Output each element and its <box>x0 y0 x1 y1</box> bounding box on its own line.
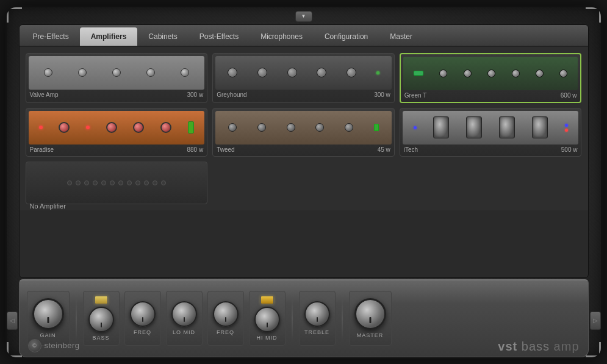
lo-mid-knob[interactable] <box>171 301 197 327</box>
amp-power-paradise: 880 w <box>187 146 203 153</box>
gh-knob-2 <box>257 68 267 77</box>
amp-card-paradise[interactable]: Paradise 880 w <box>26 108 208 157</box>
hi-mid-group: HI MID <box>249 291 286 346</box>
freq2-knob[interactable] <box>213 301 239 327</box>
bass-group: BASS <box>83 291 120 346</box>
va-knob-3 <box>112 68 121 77</box>
amp-name-paradise: Paradise <box>30 146 54 153</box>
amp-image-greyhound <box>215 56 392 90</box>
vst-label: vst <box>498 340 517 353</box>
corner-bracket-tl <box>7 7 22 23</box>
tw-knob-3 <box>287 123 295 132</box>
freq2-label: FREQ <box>217 329 234 335</box>
tab-master[interactable]: Master <box>379 27 423 46</box>
separator-1 <box>76 297 77 340</box>
master-label: MASTER <box>357 332 384 338</box>
corner-bracket-tr <box>586 7 601 23</box>
amp-card-itech[interactable]: iTech 500 w <box>400 108 582 157</box>
left-side-button[interactable]: ◁ <box>7 312 18 330</box>
pd-knob-1 <box>59 122 70 133</box>
amp-name-itech: iTech <box>404 146 418 153</box>
it-led-blue <box>414 126 417 129</box>
tab-post-effects[interactable]: Post-Effects <box>189 27 250 46</box>
gt-knob-5 <box>536 70 544 77</box>
amp-name-greyhound: Greyhound <box>217 91 246 98</box>
tw-knob-1 <box>228 123 237 132</box>
amplifier-grid: Valve Amp 300 w Greyhound 300 w <box>20 47 588 210</box>
master-group: MASTER <box>349 291 392 346</box>
bass-knob[interactable] <box>88 307 114 332</box>
treble-knob[interactable] <box>304 301 330 327</box>
amp-name-valve-amp: Valve Amp <box>30 91 59 98</box>
lo-mid-group: LO MID <box>166 291 203 346</box>
it-rect-knob-3 <box>499 116 515 138</box>
treble-group: TREBLE <box>299 291 336 346</box>
pd-knob-4 <box>160 122 171 133</box>
amp-power-tweed: 45 w <box>378 146 390 153</box>
tab-amplifiers[interactable]: Amplifiers <box>80 27 138 46</box>
tab-pre-effects[interactable]: Pre-Effects <box>22 27 80 46</box>
main-content-panel: Pre-Effects Amplifiers Cabinets Post-Eff… <box>19 24 589 278</box>
tab-cabinets[interactable]: Cabinets <box>137 27 188 46</box>
master-knob[interactable] <box>354 298 386 330</box>
separator-2 <box>292 297 293 340</box>
treble-label: TREBLE <box>304 329 329 335</box>
gh-knob-5 <box>347 68 356 77</box>
right-side-button[interactable]: ▷ <box>590 312 601 330</box>
amp-container: Pre-Effects Amplifiers Cabinets Post-Eff… <box>5 5 603 359</box>
gt-knob-2 <box>464 70 472 77</box>
pd-led-1 <box>39 126 43 129</box>
amp-power-itech: 500 w <box>561 146 578 153</box>
tab-microphones[interactable]: Microphones <box>250 27 314 46</box>
bass-button[interactable] <box>95 296 108 304</box>
amp-label-green-t: Green T 600 w <box>403 90 578 99</box>
freq1-group: FREQ <box>124 291 161 346</box>
va-knob-1 <box>44 68 52 77</box>
steinberg-logo: steinberg <box>28 339 80 352</box>
amp-card-green-t[interactable]: Green T 600 w <box>400 53 582 103</box>
gt-knob-6 <box>559 70 567 77</box>
no-amp-label: No Amplifier <box>29 201 205 211</box>
pd-knob-3 <box>133 122 144 133</box>
steinberg-circle-icon <box>28 339 41 352</box>
vst-brand: vst bass amp <box>498 340 579 354</box>
va-knob-4 <box>146 68 155 77</box>
freq1-label: FREQ <box>134 329 151 335</box>
steinberg-text: steinberg <box>45 341 80 350</box>
it-led-red <box>565 129 568 132</box>
amp-power-valve-amp: 300 w <box>187 91 203 98</box>
it-led-blue-2 <box>565 124 568 127</box>
bass-label: BASS <box>92 335 109 341</box>
amp-card-tweed[interactable]: Tweed 45 w <box>212 108 395 157</box>
gt-knob-4 <box>512 70 520 77</box>
gh-knob-1 <box>228 68 237 77</box>
tw-knob-2 <box>257 123 266 132</box>
bass-brand-label: bass <box>522 340 550 353</box>
tw-knob-4 <box>315 123 324 132</box>
it-rect-knob-2 <box>466 116 482 138</box>
separator-3 <box>342 297 343 340</box>
it-rect-knob-1 <box>433 116 449 138</box>
amp-card-valve-amp[interactable]: Valve Amp 300 w <box>26 53 208 103</box>
gh-knob-4 <box>317 68 326 77</box>
hi-mid-knob[interactable] <box>254 307 280 332</box>
amp-power-greyhound: 300 w <box>374 91 390 98</box>
gain-knob[interactable] <box>32 298 64 330</box>
amp-card-greyhound[interactable]: Greyhound 300 w <box>212 53 395 103</box>
amp-power-green-t: 600 w <box>561 92 577 99</box>
hi-mid-label: HI MID <box>257 335 278 341</box>
amp-name-green-t: Green T <box>404 92 427 99</box>
gt-knob-3 <box>487 70 495 77</box>
footer-brand: steinberg <box>28 339 80 352</box>
amp-image-green-t <box>403 57 578 90</box>
gh-knob-3 <box>287 68 297 77</box>
freq1-knob[interactable] <box>130 301 156 327</box>
amp-card-no-amplifier[interactable]: No Amplifier <box>26 162 208 204</box>
amp-label-itech: iTech 500 w <box>403 145 579 154</box>
tab-configuration[interactable]: Configuration <box>314 27 379 46</box>
va-knob-5 <box>181 68 189 77</box>
gain-group: GAIN <box>27 291 70 346</box>
collapse-button[interactable] <box>295 11 312 22</box>
hi-mid-button[interactable] <box>260 296 274 304</box>
gh-led <box>376 71 379 74</box>
